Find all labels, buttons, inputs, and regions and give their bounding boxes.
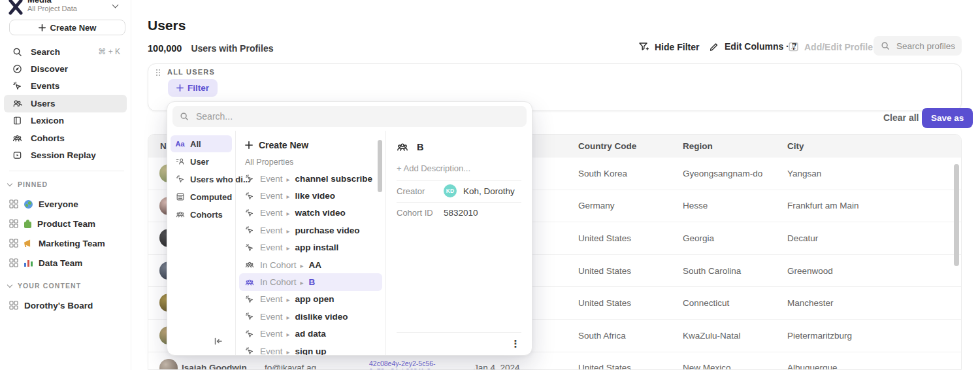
event-spark-icon xyxy=(245,243,255,252)
profile-count: 100,000 xyxy=(148,43,182,54)
users-icon xyxy=(12,98,22,109)
user-city: Frankfurt am Main xyxy=(787,190,859,222)
sidebar-item-cohorts[interactable]: Cohorts xyxy=(4,129,127,146)
pinned-section-header[interactable]: PINNED xyxy=(8,180,48,188)
create-new-button[interactable]: Create New xyxy=(9,20,125,35)
creator-avatar: KD xyxy=(444,184,457,197)
property-list: Create New All Properties Event channel … xyxy=(236,131,386,355)
table-scrollbar-thumb[interactable] xyxy=(954,164,959,266)
property-menu-item[interactable]: Event watch video xyxy=(239,205,382,222)
cohort-icon xyxy=(397,141,408,153)
board-grid-icon xyxy=(9,301,18,310)
dropdown-search-input[interactable] xyxy=(195,110,527,122)
sidebar-board-dorothys-board[interactable]: Dorothy's Board xyxy=(5,297,129,314)
sidebar-item-lexicon[interactable]: Lexicon xyxy=(4,112,127,129)
book-icon xyxy=(12,116,22,126)
avatar xyxy=(159,359,178,370)
your-content-section-header[interactable]: YOUR CONTENT xyxy=(8,282,81,290)
drag-handle-icon[interactable] xyxy=(155,69,160,76)
app-logo-icon xyxy=(7,0,25,16)
sidebar-board-marketing-team[interactable]: Marketing Team xyxy=(5,235,129,252)
event-spark-icon xyxy=(245,208,255,218)
user-country: United States xyxy=(578,352,631,370)
user-region: Connecticut xyxy=(683,287,729,319)
cohort-icon xyxy=(12,133,22,143)
user-country: Germany xyxy=(578,190,615,222)
add-description-button[interactable]: + Add Description... xyxy=(397,163,521,173)
column-header-city[interactable]: City xyxy=(787,135,804,158)
event-spark-icon xyxy=(245,191,255,201)
sidebar-item-session-replay[interactable]: Session Replay xyxy=(4,146,127,163)
property-menu-item[interactable]: Event like video xyxy=(239,187,382,204)
dropdown-scrollbar-thumb[interactable] xyxy=(378,140,382,192)
cohort-id-value: 5832010 xyxy=(444,208,478,218)
user-city: Yangsan xyxy=(787,158,821,190)
plus-icon xyxy=(176,84,184,92)
sidebar-board-data-team[interactable]: Data Team xyxy=(5,254,129,271)
event-spark-icon xyxy=(245,312,255,322)
user-country: United States xyxy=(578,287,631,319)
edit-columns-button[interactable]: Edit Columns · 7 xyxy=(709,41,796,52)
category-user[interactable]: User xyxy=(171,153,232,170)
save-as-button[interactable]: Save as xyxy=(922,108,973,128)
search-profiles-input[interactable] xyxy=(895,41,960,52)
plus-icon xyxy=(39,24,46,31)
property-menu-item[interactable]: Event purchase video xyxy=(239,222,382,239)
property-menu-item[interactable]: Event dislike video xyxy=(239,308,382,325)
sidebar-item-search[interactable]: Search ⌘ + K xyxy=(4,43,127,60)
event-spark-icon xyxy=(175,175,185,184)
category-computed[interactable]: Computed xyxy=(171,188,232,205)
add-filter-button[interactable]: Filter xyxy=(168,79,218,97)
app: Media All Project Data Create New Search… xyxy=(0,0,980,370)
filter-funnel-icon xyxy=(638,41,649,52)
user-country: South Korea xyxy=(578,158,627,190)
profile-count-label: Users with Profiles xyxy=(191,43,273,54)
sidebar-nav: Search ⌘ + K Discover Events Users Lexic… xyxy=(4,43,127,164)
property-menu-item[interactable]: Event app open xyxy=(239,291,382,308)
sidebar: Media All Project Data Create New Search… xyxy=(0,0,131,370)
clear-all-button[interactable]: Clear all xyxy=(883,112,919,123)
user-city: Decatur xyxy=(787,222,818,254)
profile-count-row: 100,000 Users with Profiles xyxy=(148,43,273,54)
property-menu-item[interactable]: In Cohort B xyxy=(239,273,382,290)
computed-icon xyxy=(175,192,185,202)
property-menu-item[interactable]: Event channel subscribe xyxy=(239,170,382,187)
cohort-icon xyxy=(245,260,255,270)
property-menu-item[interactable]: Event sign up xyxy=(239,343,382,355)
dropdown-search-box xyxy=(172,106,527,127)
sidebar-item-users[interactable]: Users xyxy=(4,95,127,112)
cohort-preview-pane: B + Add Description... Creator KD Koh, D… xyxy=(386,131,532,355)
add-edit-profile-button[interactable]: Add/Edit Profile xyxy=(788,41,873,52)
search-icon xyxy=(12,46,22,57)
page-title: Users xyxy=(148,18,186,33)
globe-icon xyxy=(24,200,33,209)
puzzle-icon xyxy=(24,222,31,228)
property-menu-item[interactable]: In Cohort AA xyxy=(239,256,382,273)
chevron-down-icon xyxy=(7,282,12,288)
user-properties-icon xyxy=(175,157,185,167)
sidebar-item-events[interactable]: Events xyxy=(4,78,127,95)
chevron-down-icon xyxy=(112,2,119,8)
cohort-icon xyxy=(245,277,255,287)
bar-chart-icon xyxy=(24,260,33,267)
dropdown-create-new[interactable]: Create New xyxy=(236,136,385,154)
collapse-panel-icon[interactable] xyxy=(213,336,223,346)
profile-card-icon xyxy=(788,41,799,52)
property-menu-item[interactable]: Event ad data xyxy=(239,326,382,343)
sidebar-board-product-team[interactable]: Product Team xyxy=(5,215,129,232)
sidebar-item-discover[interactable]: Discover xyxy=(4,60,127,77)
event-spark-icon xyxy=(245,174,255,184)
column-header-region[interactable]: Region xyxy=(683,135,713,158)
sidebar-board-everyone[interactable]: Everyone xyxy=(5,195,129,212)
hide-filter-button[interactable]: Hide Filter xyxy=(638,41,699,52)
workspace-switcher[interactable]: Media All Project Data xyxy=(5,0,127,21)
category-users-who-did[interactable]: Users who di... xyxy=(171,171,232,188)
category-all[interactable]: Aa All xyxy=(171,135,232,152)
chevron-down-icon xyxy=(7,181,12,186)
column-header-country[interactable]: Country Code xyxy=(578,135,636,158)
more-options-icon[interactable] xyxy=(510,338,521,350)
category-cohorts[interactable]: Cohorts xyxy=(171,206,232,223)
filter-property-dropdown: Aa All User Users who di... Computed xyxy=(167,101,532,356)
property-items: Event channel subscribe Event like video xyxy=(236,170,385,355)
property-menu-item[interactable]: Event app install xyxy=(239,239,382,256)
